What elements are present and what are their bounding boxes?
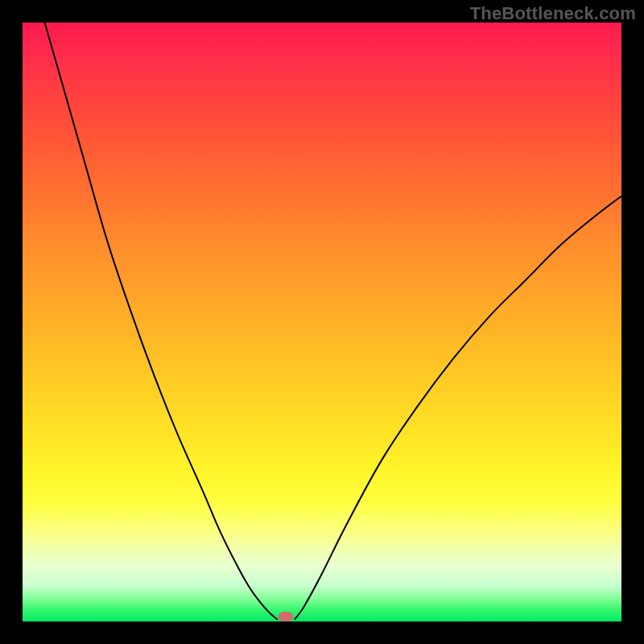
curve-right: [295, 196, 621, 620]
bottleneck-curve: [23, 23, 621, 621]
watermark-text: TheBottleneck.com: [470, 3, 636, 24]
curve-left: [45, 23, 278, 620]
optimum-marker: [279, 612, 293, 621]
plot-area: [23, 23, 621, 621]
chart-frame: TheBottleneck.com: [0, 0, 644, 644]
